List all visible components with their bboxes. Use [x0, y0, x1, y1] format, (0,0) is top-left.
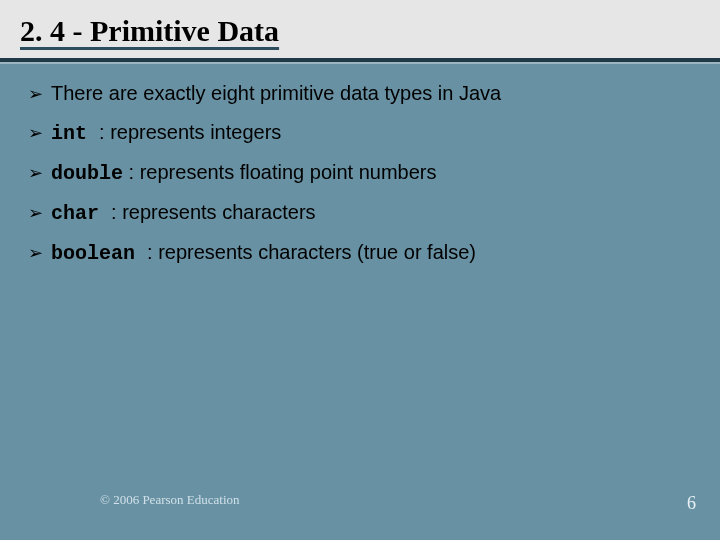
bullet-text: double : represents floating point numbe… [51, 161, 437, 185]
chevron-right-icon: ➢ [28, 164, 43, 182]
bullet-code: boolean [51, 242, 147, 265]
bullet-desc: There are exactly eight primitive data t… [51, 82, 501, 104]
bullet-desc: : represents characters [111, 201, 316, 223]
list-item: ➢ char : represents characters [28, 201, 692, 225]
bullet-desc: : represents characters (true or false) [147, 241, 476, 263]
bullet-text: char : represents characters [51, 201, 316, 225]
page-number: 6 [687, 493, 696, 514]
chevron-right-icon: ➢ [28, 124, 43, 142]
bullet-desc: : represents floating point numbers [123, 161, 437, 183]
list-item: ➢ boolean : represents characters (true … [28, 241, 692, 265]
bullet-text: int : represents integers [51, 121, 281, 145]
chevron-right-icon: ➢ [28, 85, 43, 103]
content-area: ➢ There are exactly eight primitive data… [0, 64, 720, 265]
bullet-code: char [51, 202, 111, 225]
chevron-right-icon: ➢ [28, 204, 43, 222]
bullet-text: boolean : represents characters (true or… [51, 241, 476, 265]
header-band: 2. 4 - Primitive Data [0, 0, 720, 58]
slide-title: 2. 4 - Primitive Data [20, 14, 700, 48]
list-item: ➢ int : represents integers [28, 121, 692, 145]
bullet-code: int [51, 122, 99, 145]
copyright-text: © 2006 Pearson Education [100, 492, 240, 508]
chevron-right-icon: ➢ [28, 244, 43, 262]
bullet-desc: : represents integers [99, 121, 281, 143]
bullet-code: double [51, 162, 123, 185]
bullet-text: There are exactly eight primitive data t… [51, 82, 501, 105]
list-item: ➢ double : represents floating point num… [28, 161, 692, 185]
list-item: ➢ There are exactly eight primitive data… [28, 82, 692, 105]
